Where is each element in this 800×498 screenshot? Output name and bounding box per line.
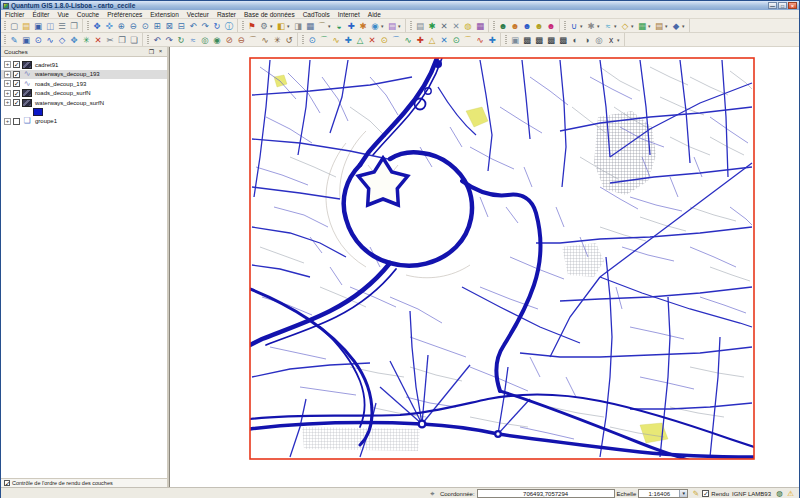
zoom-to-layer-icon[interactable]: ⊟ <box>175 20 187 32</box>
menu-aide[interactable]: Aide <box>364 11 385 18</box>
expander-icon[interactable]: + <box>4 71 11 78</box>
scale-combo-dropdown-icon[interactable]: ▼ <box>679 490 687 497</box>
plugin-combo-1-icon[interactable]: ∪ <box>568 20 580 32</box>
full-histogram-stretch-icon[interactable]: ▩ <box>533 34 545 46</box>
map-tips-icon[interactable]: ◒ <box>333 20 345 32</box>
plugin-flag-icon[interactable]: ⚑ <box>246 20 258 32</box>
decorations-icon-dropdown[interactable]: ▾ <box>398 23 403 29</box>
toggle-editing-icon[interactable]: ✎ <box>8 34 20 46</box>
layer-row-cadret91[interactable]: +✓cadret91 <box>1 60 167 70</box>
plugin-installer-icon[interactable]: ✱ <box>426 20 438 32</box>
deselect-features-icon[interactable]: ◨ <box>292 20 304 32</box>
scale-combo[interactable]: 1:16406 ▼ <box>638 489 688 498</box>
maximize-button[interactable]: □ <box>778 2 787 9</box>
delete-selected-icon[interactable]: ✕ <box>92 34 104 46</box>
panel-dock-icon[interactable]: ❐ <box>148 48 155 55</box>
rotate-point-symbols-icon[interactable]: ↺ <box>283 34 295 46</box>
save-map-image-icon[interactable]: ▣ <box>509 34 521 46</box>
menu-base-de-donnees[interactable]: Base de données <box>240 11 299 18</box>
select-features-icon[interactable]: ◧ <box>275 20 287 32</box>
help-contents-icon[interactable]: ☻ <box>497 20 509 32</box>
render-order-checkbox[interactable]: ✓ <box>4 480 10 486</box>
plugin-combo-2-icon[interactable]: ✱ <box>585 20 597 32</box>
map-canvas[interactable] <box>169 47 799 487</box>
menu-editer[interactable]: Éditer <box>29 11 54 18</box>
offset-curve-icon[interactable]: ∿ <box>259 34 271 46</box>
expression-combo-icon-dropdown[interactable]: ▾ <box>617 37 622 43</box>
cadtools-tool-3-icon[interactable]: ∿ <box>330 34 342 46</box>
copy-features-icon[interactable]: ❐ <box>116 34 128 46</box>
rotate-feature-icon[interactable]: ↻ <box>175 34 187 46</box>
minimize-button[interactable]: — <box>768 2 777 9</box>
coordinate-input[interactable] <box>477 489 615 498</box>
identify-features-icon[interactable]: ⓘ <box>223 20 235 32</box>
menu-raster[interactable]: Raster <box>213 11 240 18</box>
cadtools-tool-7-icon[interactable]: ⊙ <box>378 34 390 46</box>
local-histogram-stretch-icon[interactable]: ▩ <box>521 34 533 46</box>
menu-vue[interactable]: Vue <box>54 11 73 18</box>
custom-projection-icon[interactable]: ✕ <box>438 20 450 32</box>
add-ring-icon[interactable]: ◎ <box>199 34 211 46</box>
layer-visibility-checkbox[interactable]: ✓ <box>13 71 20 78</box>
plugin-combo-3-icon[interactable]: ≈ <box>602 20 614 32</box>
attribute-table-icon[interactable]: ▦ <box>304 20 316 32</box>
layer-row-waterways_decoup_surfN[interactable]: +✓waterways_decoup_surfN <box>1 98 167 108</box>
cadtools-tool-10-icon[interactable]: ✚ <box>414 34 426 46</box>
expander-icon[interactable]: + <box>4 61 11 68</box>
layer-visibility-checkbox[interactable]: ✓ <box>13 90 20 97</box>
menu-cadtools[interactable]: CadTools <box>299 11 334 18</box>
increase-brightness-icon[interactable]: ◐ <box>569 34 581 46</box>
expression-combo-icon[interactable]: x <box>605 34 617 46</box>
open-project-icon[interactable]: ▤ <box>20 20 32 32</box>
delete-ring-icon[interactable]: ⊘ <box>223 34 235 46</box>
capture-line-icon[interactable]: ∿ <box>44 34 56 46</box>
save-project-as-icon[interactable]: ◫ <box>44 20 56 32</box>
cadtools-tool-4-icon[interactable]: ✚ <box>342 34 354 46</box>
layer-row-groupe1[interactable]: +❏groupe1 <box>1 117 167 127</box>
cadtools-tool-6-icon[interactable]: ✕ <box>366 34 378 46</box>
cadtools-tool-1-icon[interactable]: ⊙ <box>306 34 318 46</box>
cadtools-tool-2-icon[interactable]: ⌒ <box>318 34 330 46</box>
symbol-swatch[interactable] <box>33 108 43 116</box>
community-icon[interactable]: ☻ <box>545 20 557 32</box>
show-bookmarks-icon[interactable]: ✱ <box>357 20 369 32</box>
pan-to-selection-icon[interactable]: ✜ <box>103 20 115 32</box>
plugin-combo-7-icon-dropdown[interactable]: ▾ <box>682 23 687 29</box>
expander-icon[interactable]: + <box>4 80 11 87</box>
cadtools-tool-12-icon[interactable]: ✕ <box>438 34 450 46</box>
zoom-full-icon[interactable]: ⊞ <box>151 20 163 32</box>
log-messages-icon[interactable]: ⚠ <box>785 489 796 498</box>
menu-preferences[interactable]: Préférences <box>103 11 146 18</box>
version-check-icon[interactable]: ☻ <box>521 20 533 32</box>
paste-features-icon[interactable]: ❏ <box>128 34 140 46</box>
panel-close-icon[interactable]: × <box>157 48 164 55</box>
zoom-last-icon[interactable]: ↶ <box>187 20 199 32</box>
menu-fichier[interactable]: Fichier <box>1 11 29 18</box>
capture-point-icon[interactable]: ⊙ <box>32 34 44 46</box>
plugin-combo-4-icon[interactable]: ◇ <box>619 20 631 32</box>
expander-icon[interactable]: + <box>4 118 11 125</box>
cadtools-tool-15-icon[interactable]: ∿ <box>474 34 486 46</box>
cadtools-tool-5-icon[interactable]: △ <box>354 34 366 46</box>
layer-visibility-checkbox[interactable]: ✓ <box>13 80 20 87</box>
layer-row-roads_decoup_surfN[interactable]: +✓roads_decoup_surfN <box>1 89 167 99</box>
options-gear-icon[interactable]: ⚙ <box>258 20 270 32</box>
zoom-actual-icon[interactable]: ⊙ <box>139 20 151 32</box>
title-bar[interactable]: Quantum GIS 1.8.0-Lisboa - carto_cecile … <box>1 1 799 10</box>
new-project-icon[interactable]: ▢ <box>8 20 20 32</box>
increase-contrast-icon[interactable]: ◑ <box>581 34 593 46</box>
menu-internet[interactable]: Internet <box>334 11 364 18</box>
node-tool-icon[interactable]: ✳ <box>80 34 92 46</box>
label-ring-icon[interactable]: ◎ <box>593 34 605 46</box>
cadtools-tool-8-icon[interactable]: ⌒ <box>390 34 402 46</box>
cadtools-tool-16-icon[interactable]: ✚ <box>486 34 498 46</box>
render-checkbox[interactable]: ✓ <box>702 490 709 497</box>
layer-row-waterways_decoup_193[interactable]: +✓∿waterways_decoup_193 <box>1 70 167 80</box>
tips-icon[interactable]: ◍ <box>462 20 474 32</box>
stop-render-icon[interactable]: ✎ <box>690 489 701 498</box>
refresh-map-icon[interactable]: ↻ <box>211 20 223 32</box>
layer-visibility-checkbox[interactable]: ✓ <box>13 61 20 68</box>
full-cumulative-stretch-icon[interactable]: ▩ <box>557 34 569 46</box>
decorations-icon[interactable]: ▤ <box>386 20 398 32</box>
about-qgis-icon[interactable]: ☻ <box>533 20 545 32</box>
